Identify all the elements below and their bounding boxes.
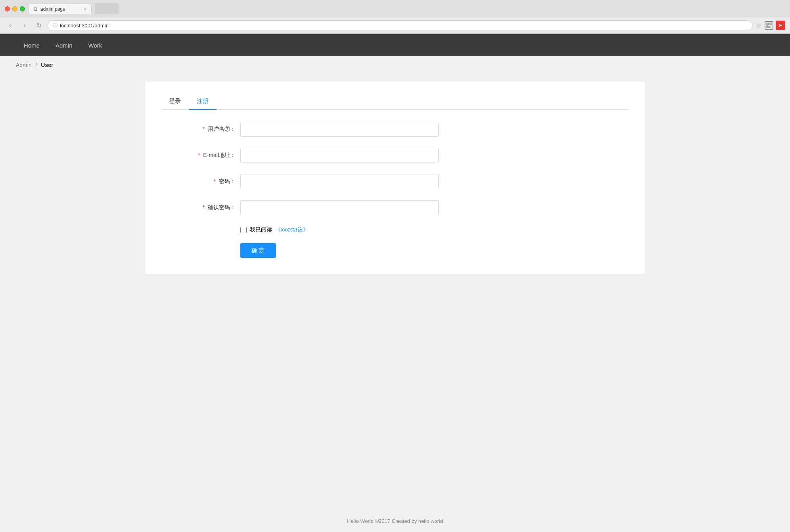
- back-button[interactable]: ‹: [5, 20, 16, 31]
- confirm-label-text: 确认密码：: [208, 204, 236, 211]
- submit-row: 确 定: [240, 243, 629, 258]
- breadcrumb-parent[interactable]: Admin: [16, 62, 32, 68]
- svg-rect-1: [767, 24, 768, 25]
- new-tab-area: [95, 3, 119, 14]
- password-label: * 密码：: [161, 178, 240, 185]
- password-group: * 密码：: [161, 174, 629, 189]
- confirm-password-input[interactable]: [240, 200, 439, 215]
- svg-rect-3: [770, 24, 771, 25]
- fe-extension-icon[interactable]: F: [776, 21, 785, 30]
- maximize-traffic-light[interactable]: [20, 6, 25, 11]
- agreement-checkbox[interactable]: [240, 227, 247, 233]
- breadcrumb: Admin / User: [0, 56, 790, 74]
- username-group: * 用户名⑦：: [161, 122, 629, 137]
- app-footer: Hello World ©2017 Created by hello world: [0, 510, 790, 532]
- tab-page-icon: 🗋: [33, 6, 38, 12]
- password-input[interactable]: [240, 174, 439, 189]
- toolbar-icons: F: [765, 21, 785, 30]
- email-label: * E-mail地址：: [161, 152, 240, 159]
- agreement-row: 我已阅读 《xxxx协议》: [240, 226, 629, 233]
- username-label-text: 用户名⑦：: [208, 126, 236, 132]
- lock-icon: ⓘ: [53, 22, 58, 29]
- url-text: localhost:3001/admin: [60, 23, 748, 29]
- footer-text: Hello World ©2017 Created by hello world: [347, 518, 443, 524]
- password-required-star: *: [214, 178, 216, 184]
- tab-login[interactable]: 登录: [161, 94, 189, 110]
- traffic-lights: [5, 6, 25, 11]
- email-group: * E-mail地址：: [161, 148, 629, 163]
- qr-code-icon[interactable]: [765, 21, 773, 30]
- main-content: 登录 注册 * 用户名⑦： * E-mail地址：: [0, 74, 790, 510]
- svg-rect-9: [771, 27, 771, 28]
- agreement-link[interactable]: 《xxxx协议》: [275, 226, 309, 233]
- browser-tab-active[interactable]: 🗋 admin page ×: [28, 4, 92, 14]
- nav-item-admin[interactable]: Admin: [48, 34, 81, 56]
- close-traffic-light[interactable]: [5, 6, 10, 11]
- nav-item-work[interactable]: Work: [81, 34, 110, 56]
- minimize-traffic-light[interactable]: [12, 6, 17, 11]
- browser-toolbar: ‹ › ↻ ⓘ localhost:3001/admin ☆: [0, 17, 790, 34]
- svg-rect-7: [771, 26, 771, 27]
- nav-item-home[interactable]: Home: [16, 34, 48, 56]
- email-label-text: E-mail地址：: [203, 152, 236, 158]
- tab-close-button[interactable]: ×: [84, 7, 86, 11]
- confirm-password-label: * 确认密码：: [161, 204, 240, 211]
- form-card: 登录 注册 * 用户名⑦： * E-mail地址：: [145, 82, 645, 274]
- register-form: * 用户名⑦： * E-mail地址： *: [161, 122, 629, 258]
- tab-label: admin page: [40, 6, 65, 12]
- app-wrapper: Home Admin Work Admin / User 登录 注册 * 用户名…: [0, 34, 790, 532]
- refresh-button[interactable]: ↻: [33, 20, 44, 31]
- bookmark-button[interactable]: ☆: [756, 22, 761, 29]
- submit-button[interactable]: 确 定: [240, 243, 276, 258]
- username-input[interactable]: [240, 122, 439, 137]
- breadcrumb-separator: /: [36, 62, 37, 68]
- breadcrumb-current: User: [41, 62, 53, 68]
- tab-register[interactable]: 注册: [189, 94, 217, 110]
- confirm-password-group: * 确认密码：: [161, 200, 629, 215]
- password-label-text: 密码：: [219, 178, 236, 184]
- confirm-required-star: *: [203, 204, 205, 211]
- browser-titlebar: 🗋 admin page ×: [0, 0, 790, 17]
- svg-rect-8: [769, 27, 770, 28]
- app-nav: Home Admin Work: [0, 34, 790, 56]
- tab-nav: 登录 注册: [161, 94, 629, 110]
- email-input[interactable]: [240, 148, 439, 163]
- forward-button[interactable]: ›: [19, 20, 30, 31]
- svg-rect-5: [767, 27, 768, 27]
- address-bar[interactable]: ⓘ localhost:3001/admin: [48, 20, 753, 31]
- tab-bar: 🗋 admin page ×: [28, 3, 785, 14]
- email-required-star: *: [198, 152, 200, 158]
- svg-rect-6: [769, 26, 770, 27]
- username-label: * 用户名⑦：: [161, 126, 240, 133]
- agreement-prefix-text: 我已阅读: [250, 226, 272, 233]
- username-required-star: *: [203, 126, 205, 132]
- browser-chrome: 🗋 admin page × ‹ › ↻ ⓘ localhost:3001/ad…: [0, 0, 790, 34]
